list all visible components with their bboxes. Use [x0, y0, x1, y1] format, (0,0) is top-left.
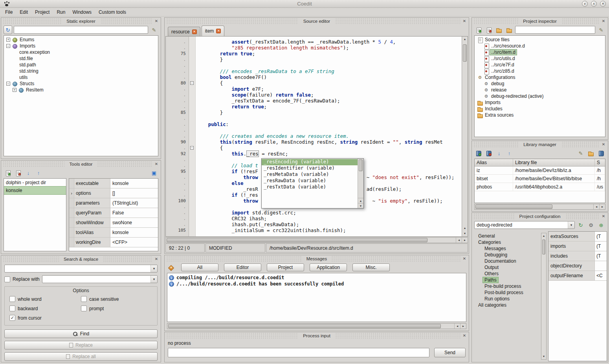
close-panel-icon[interactable]: ✕ [153, 161, 160, 167]
symbol-tree-item[interactable]: −Imports [4, 43, 158, 49]
category-tree-item[interactable]: Post-build process [474, 289, 540, 296]
column-header[interactable]: Alias [475, 159, 513, 166]
symbol-tree-item[interactable]: std.path [4, 62, 158, 68]
chevron-down-icon[interactable]: ▾ [568, 221, 574, 229]
close-panel-icon[interactable]: ✕ [600, 18, 607, 24]
category-tree-item[interactable]: Paths [474, 277, 540, 283]
chevron-down-icon[interactable]: ▾ [150, 265, 157, 272]
property-row[interactable]: showWindowswoNone [69, 218, 158, 228]
move-tool-down-button[interactable]: ↓ [24, 168, 33, 177]
code-editor[interactable]: . assert(_resTxtData.length == _resRawDa… [166, 37, 462, 236]
filter-misc[interactable]: Misc. [352, 263, 390, 271]
inspector-filter-input[interactable] [515, 26, 595, 34]
close-panel-icon[interactable]: ✕ [461, 18, 468, 24]
option-whole-word[interactable]: whole word [9, 296, 81, 302]
editor-vscrollbar[interactable]: ▴ ▴ ▾ [462, 37, 468, 236]
category-tree-item[interactable]: All categories [474, 302, 540, 308]
scroll-up-icon[interactable]: ▴ [358, 198, 363, 203]
scrollbar-thumb[interactable] [168, 324, 441, 328]
menu-windows[interactable]: Windows [69, 8, 95, 16]
project-tree-item[interactable]: ../src/z85.d [475, 68, 605, 74]
tool-list-item[interactable]: konsole [4, 187, 66, 194]
sync-configuration-button[interactable]: ↻ [576, 221, 585, 229]
property-value[interactable]: [] [110, 188, 158, 198]
library-from-folder-button[interactable] [587, 149, 595, 157]
scroll-left-icon[interactable]: ◂ [456, 238, 462, 243]
scrollbar-thumb[interactable] [463, 44, 467, 62]
completion-item[interactable]: _resTxtData (variable) [262, 184, 358, 190]
open-folder-button[interactable] [505, 26, 514, 34]
fold-icon[interactable]: − [190, 81, 194, 85]
replace-all-button[interactable]: Replace all [4, 352, 158, 361]
column-header[interactable]: S [595, 159, 605, 166]
configuration-select[interactable]: debug-redirected ▾ [474, 221, 575, 229]
scrollbar-track[interactable] [463, 42, 467, 225]
code-line[interactable]: . "z85 representation length mismatches"… [166, 45, 462, 51]
code-line[interactable]: . bool encodee7F() [166, 74, 462, 80]
scrollbar-track[interactable] [542, 239, 545, 354]
scrollbar-thumb[interactable] [359, 159, 363, 171]
library-from-project-button[interactable] [597, 149, 605, 157]
property-value[interactable]: False [110, 208, 158, 218]
project-tree-item[interactable]: Imports [475, 99, 605, 106]
code-line[interactable]: .− { [166, 145, 462, 151]
property-value[interactable]: <CFP> [110, 238, 158, 247]
auto-refresh-button[interactable]: ✎ [150, 26, 158, 34]
option-prompt[interactable]: prompt [81, 305, 152, 311]
option-backward[interactable]: backward [9, 305, 81, 311]
add-configuration-button[interactable]: ⊕ [597, 221, 605, 229]
edit-project-button[interactable]: ✎ [597, 26, 605, 34]
remove-source-button[interactable] [484, 26, 493, 34]
checkbox-icon[interactable] [9, 305, 15, 311]
property-row[interactable]: ›options[] [69, 188, 158, 198]
symbol-tree-item[interactable]: +ResItem [4, 87, 158, 93]
symbol-tree-item[interactable]: utils [4, 74, 158, 80]
scroll-right-icon[interactable]: ▸ [599, 204, 605, 209]
option-from-cursor[interactable]: ✓from cursor [9, 315, 81, 321]
message-row[interactable]: i/.../build/resource.d.coedit has been s… [169, 281, 464, 287]
scrollbar-thumb[interactable] [475, 205, 552, 209]
close-panel-icon[interactable]: ✕ [153, 18, 160, 24]
category-tree-item[interactable]: Debugging [474, 252, 540, 258]
tool-list-item[interactable]: dolphin - project dir [4, 179, 66, 187]
filter-project[interactable]: Project [267, 263, 304, 271]
scroll-up-icon[interactable]: ▴ [462, 225, 468, 231]
scrollbar-track[interactable] [166, 238, 456, 242]
checkbox-icon[interactable] [81, 305, 87, 311]
refresh-button[interactable]: ↻ [4, 26, 12, 34]
code-line[interactable]: 75 return true; [166, 51, 462, 57]
property-row[interactable]: parameters(TStringList) [69, 198, 158, 208]
completion-scrollbar[interactable]: ▴ ▾ [358, 159, 363, 208]
scroll-up-icon[interactable]: ▴ [541, 233, 546, 239]
checkbox-icon[interactable]: ✓ [9, 315, 15, 321]
property-row[interactable]: objectDirectory [548, 261, 607, 271]
category-tree-item[interactable]: Messages [474, 245, 540, 252]
menu-custom-tools[interactable]: Custom tools [95, 8, 130, 16]
code-line[interactable]: 90 this(string resFile, ResEncoding resE… [166, 139, 462, 145]
close-panel-icon[interactable]: ✕ [461, 256, 468, 262]
filter-editor[interactable]: Editor [224, 263, 261, 271]
scrollbar-track[interactable] [167, 324, 454, 328]
remove-tool-button[interactable] [14, 168, 22, 177]
property-value[interactable]: konsole [110, 179, 158, 188]
replace-button[interactable]: Replace [4, 341, 158, 349]
property-value[interactable]: (T [595, 232, 607, 241]
add-folder-button[interactable] [495, 26, 503, 34]
property-value[interactable] [595, 261, 607, 271]
fold-icon[interactable]: − [190, 146, 194, 150]
symbol-tree-item[interactable]: std.file [4, 55, 158, 62]
category-tree-item[interactable]: Pre-build process [474, 283, 540, 289]
add-source-button[interactable] [474, 26, 483, 34]
tab-close-icon[interactable]: ✕ [216, 29, 221, 33]
code-line[interactable]: 92 this._res = resEnc; [166, 151, 462, 157]
property-row[interactable]: queryParamFalse [69, 208, 158, 218]
property-row[interactable]: toolAliaskonsole [69, 228, 158, 238]
property-row[interactable]: includes(T [548, 251, 607, 261]
expander-icon[interactable]: + [6, 38, 10, 42]
project-tree-item[interactable]: ⚙release [475, 87, 605, 93]
move-library-down-button[interactable]: ↓ [495, 149, 503, 157]
code-line[interactable]: . } [166, 57, 462, 62]
code-line[interactable]: . /// creates and encodes a new resource… [166, 133, 462, 139]
table-row[interactable]: phobos/usr/lib64/libphobos2.a/us [475, 183, 605, 191]
configuration-gear-button[interactable]: ⚙ [587, 221, 595, 229]
